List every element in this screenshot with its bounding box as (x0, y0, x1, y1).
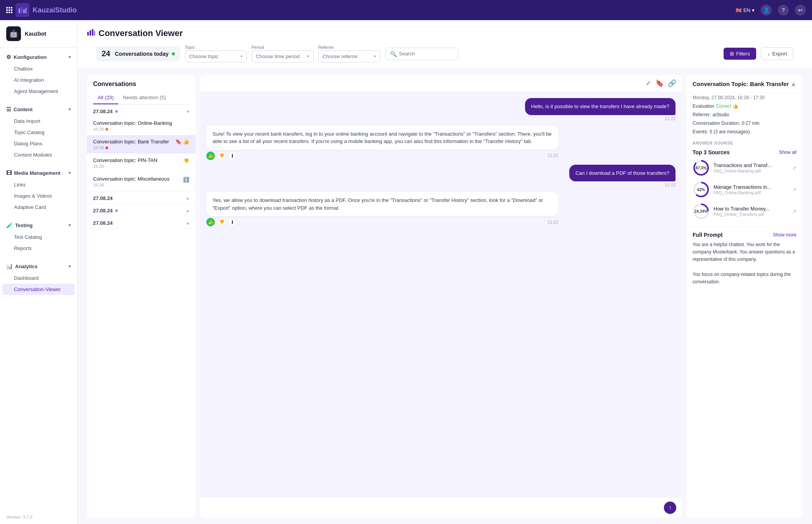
tab-attention[interactable]: Needs attention (5) (118, 91, 171, 104)
link-button[interactable]: 🔗 (668, 79, 676, 88)
sidebar-item-dialog-plans[interactable]: Dialog Plans (0, 138, 77, 149)
full-prompt-text: You are a helpful chatbot. You work for … (693, 241, 796, 286)
svg-rect-3 (26, 8, 26, 13)
referrer-select[interactable]: Choose referrer ▾ (318, 50, 380, 62)
show-more-button[interactable]: Show more (773, 232, 796, 238)
media-chevron: ▾ (69, 170, 71, 176)
sidebar-item-ai-integration[interactable]: AI Integration (0, 74, 77, 86)
date-chevron-1: ▾ (187, 109, 189, 114)
sidebar-item-chatbox[interactable]: Chatbox (0, 63, 77, 74)
source-link-2[interactable]: ↗ (792, 187, 796, 193)
nav-section-testing: 🧪 Testing ▾ Test Catalog Reports (0, 216, 77, 257)
logo-icon (16, 3, 29, 17)
reaction-thumbup-2[interactable]: 👍 (206, 152, 215, 160)
full-prompt-section: Full Prompt Show more You are a helpful … (686, 227, 803, 290)
source-link-3[interactable]: ↗ (792, 209, 796, 214)
sidebar-item-content-modules[interactable]: Content Modules (0, 149, 77, 160)
logout-icon[interactable]: ↩ (795, 5, 806, 16)
sidebar-item-agent-management[interactable]: Agent Management (0, 86, 77, 97)
msg-bubble-bot-4: Yes, we allow you to download transactio… (206, 192, 558, 216)
active-dot (172, 52, 175, 55)
bot-name: Kauzbot (25, 31, 46, 37)
filters-bar: 24 Conversations today Topic Choose topi… (87, 45, 803, 69)
sources-title: Top 3 Sources (693, 149, 729, 155)
search-input[interactable] (399, 51, 453, 57)
content-area: Conversation Viewer 24 Conversations tod… (78, 20, 812, 524)
conv-date-header-2[interactable]: 27.08.24 ▸ (87, 191, 195, 203)
reaction-thumbdown-4[interactable]: 👎 (217, 218, 226, 226)
full-prompt-header: Full Prompt Show more (693, 232, 796, 238)
nav-section-header-media[interactable]: 🎞 Media Management ▾ (0, 167, 77, 179)
date-chevron-4: ▸ (187, 221, 189, 226)
conv-date-header-4[interactable]: 27.08.24 ▸ (87, 216, 195, 228)
nav-section-header-content[interactable]: ☰ Content ▾ (0, 103, 77, 115)
meta-referrer: Referrer: aiStudio (686, 110, 803, 119)
sidebar-item-adaptive-card[interactable]: Adaptive Card (0, 202, 77, 213)
conv-item-miscellaneous[interactable]: Conversation topic: Miscellaneous 16:28 … (87, 172, 195, 191)
nav-section-header-analytics[interactable]: 📊 Analytics ▾ (0, 260, 77, 272)
orange-dot (105, 128, 108, 131)
reaction-info-4[interactable]: ℹ (228, 218, 237, 226)
source-circle-2: 62% (693, 181, 710, 198)
reaction-info-2[interactable]: ℹ (228, 152, 237, 160)
period-select[interactable]: Choose time period ▾ (252, 50, 314, 62)
source-item-1: 87,3% Transactions and Transf... FAQ_Onl… (693, 159, 796, 176)
source-info-1: Transactions and Transf... FAQ_Online-Ba… (714, 162, 788, 173)
conv-item-pin-tan[interactable]: Conversation topic: PIN-TAN 16:28 👎 (87, 154, 195, 172)
nav-section-header-konfiguration[interactable]: ⚙ Konfiguration ▾ (0, 51, 77, 63)
referrer-chevron-icon: ▾ (374, 54, 376, 59)
info-icon: ℹ️ (183, 177, 189, 183)
right-panel-header: Conversation Topic: Bank Transfer ▲ (686, 75, 803, 93)
msg-bubble-user-3: Can I download a PDF of those transfers? (569, 165, 676, 182)
conv-tabs: All (23) Needs attention (5) (93, 91, 189, 105)
sidebar-item-conversation-viewer[interactable]: Conversation-Viewer (2, 284, 75, 295)
export-button[interactable]: ↓ Export (761, 47, 793, 60)
conv-items: 27.08.24 ▾ Conversation topic: Online-Ba… (87, 105, 195, 518)
sidebar-item-test-catalog[interactable]: Test Catalog (0, 231, 77, 243)
help-icon[interactable]: ? (778, 5, 789, 16)
msg-bubble-bot-2: Sure! To view your recent bank transfers… (206, 126, 558, 150)
conv-item-online-banking[interactable]: Conversation topic: Online-Banking 16:28 (87, 117, 195, 135)
sidebar-item-images-videos[interactable]: Images & Videos (0, 190, 77, 202)
right-panel-close-button[interactable]: ▲ (790, 81, 796, 88)
sidebar-item-dashboard[interactable]: Dashboard (0, 272, 77, 284)
sidebar-item-data-import[interactable]: Data Import (0, 115, 77, 127)
msg-time-3: 11:22 (569, 183, 676, 187)
conv-date-group-4: 27.08.24 ▸ (87, 216, 195, 229)
nav-section-media: 🎞 Media Management ▾ Links Images & Vide… (0, 164, 77, 216)
message-1: Hello, is it possible to view the transf… (525, 98, 676, 121)
reaction-thumbdown-2[interactable]: 👎 (217, 152, 226, 160)
scroll-down-button[interactable]: ↑ (664, 502, 676, 514)
topic-select[interactable]: Choose topic ▾ (185, 50, 247, 62)
bot-avatar: 🤖 (6, 26, 21, 41)
bookmark-button[interactable]: 🔖 (655, 79, 664, 88)
nav-section-content: ☰ Content ▾ Data Import Topic Catalog Di… (0, 100, 77, 164)
conv-date-header-1[interactable]: 27.08.24 ▾ (87, 105, 195, 117)
msg-time-4: 11:22 (548, 220, 558, 224)
source-link-1[interactable]: ↗ (792, 165, 796, 171)
referrer-label: Referrer (318, 45, 380, 50)
date-chevron-3: ▸ (187, 208, 189, 214)
red-dot (105, 147, 108, 149)
svg-rect-1 (21, 7, 22, 13)
filters-button[interactable]: ⊞ Filters (724, 48, 756, 60)
date-dot-1 (115, 110, 118, 113)
full-prompt-title: Full Prompt (693, 232, 723, 238)
check-button[interactable]: ✓ (646, 79, 651, 88)
referrer-filter-group: Referrer Choose referrer ▾ (318, 45, 380, 62)
tab-all[interactable]: All (23) (93, 91, 118, 104)
testing-icon: 🧪 (6, 222, 13, 228)
sidebar-item-topic-catalog[interactable]: Topic Catalog (0, 127, 77, 138)
sidebar-item-links[interactable]: Links (0, 179, 77, 190)
reaction-thumbup-4[interactable]: 👍 (206, 218, 215, 226)
language-selector[interactable]: 🇬🇧 EN ▾ (736, 7, 755, 13)
search-box[interactable]: 🔍 (385, 48, 458, 60)
svg-rect-4 (87, 32, 89, 36)
show-all-button[interactable]: Show all (779, 150, 796, 155)
conv-item-bank-transfer[interactable]: Conversation topic: Bank Transfer 16:28 … (87, 135, 195, 154)
conv-date-header-3[interactable]: 27.08.24 ▸ (87, 204, 195, 216)
nav-section-header-testing[interactable]: 🧪 Testing ▾ (0, 219, 77, 231)
sidebar-item-reports[interactable]: Reports (0, 243, 77, 254)
answer-source-section: ANSWER SOURSE Top 3 Sources Show all 87, (686, 136, 803, 227)
user-icon[interactable]: 👤 (761, 5, 772, 16)
